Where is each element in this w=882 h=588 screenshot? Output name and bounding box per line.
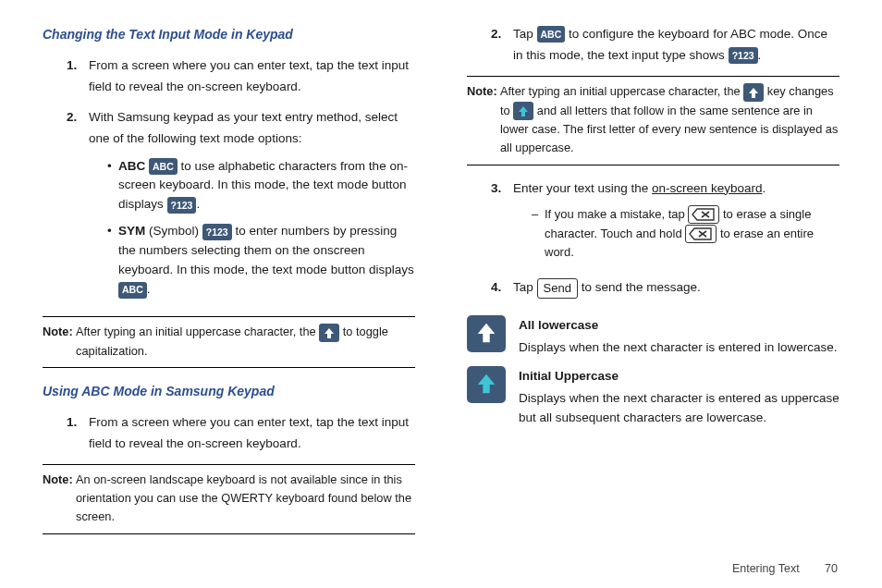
footer-section: Entering Text — [732, 562, 800, 575]
note-text-c: and all letters that follow in the same … — [500, 104, 838, 154]
backspace-icon — [685, 225, 717, 243]
info-text: Displays when the next character is ente… — [519, 340, 837, 354]
send-button-icon: Send — [537, 278, 578, 299]
dash-body: If you make a mistake, tap to erase a si… — [545, 205, 839, 263]
note-capitalization: Note: After typing an initial uppercase … — [43, 316, 415, 368]
step-text-b: to send the message. — [578, 280, 701, 294]
shift-icon — [513, 102, 533, 120]
note-body: After typing an initial uppercase charac… — [76, 323, 415, 360]
step-number: 2. — [67, 107, 89, 307]
step-number: 2. — [491, 24, 513, 67]
page-footer: Entering Text 70 — [732, 562, 838, 575]
shift-icon — [319, 324, 339, 342]
note-label: Note: — [43, 323, 76, 360]
right-column: 2. Tap ABC to configure the keyboard for… — [441, 18, 849, 579]
step-2: 2. With Samsung keypad as your text entr… — [43, 107, 415, 307]
note-label: Note: — [467, 82, 500, 157]
bullet-body: ABC ABC to use alphabetic characters fro… — [118, 157, 415, 215]
note-landscape: Note: An on-screen landscape keyboard is… — [43, 464, 415, 533]
info-body: All lowercase Displays when the next cha… — [519, 315, 839, 357]
bullet-sym: • SYM (Symbol) ?123 to enter numbers by … — [89, 222, 415, 300]
step-body: With Samsung keypad as your text entry m… — [89, 107, 415, 307]
step-body: From a screen where you can enter text, … — [89, 55, 415, 98]
note-uppercase: Note: After typing an initial uppercase … — [467, 76, 839, 165]
dash-mistake: – If you make a mistake, tap to erase a … — [513, 205, 839, 263]
abc-mode-icon: ABC — [149, 158, 178, 175]
note-text-a: After typing an initial uppercase charac… — [76, 325, 319, 338]
step-text: With Samsung keypad as your text entry m… — [89, 110, 398, 145]
info-initial-uppercase: Initial Uppercase Displays when the next… — [467, 366, 839, 428]
step-3: 3. Enter your text using the on-screen k… — [467, 178, 839, 268]
sym-paren: (Symbol) — [145, 224, 202, 238]
footer-page-number: 70 — [825, 562, 838, 575]
bullet-mark: • — [107, 222, 118, 300]
backspace-icon — [688, 205, 719, 224]
bullet-abc: • ABC ABC to use alphabetic characters f… — [89, 157, 415, 215]
info-title: All lowercase — [519, 315, 839, 336]
abc-mode-icon: ABC — [118, 282, 147, 299]
step-body: From a screen where you can enter text, … — [89, 412, 415, 455]
step-text-c: . — [762, 181, 766, 195]
shift-uppercase-icon — [467, 366, 506, 403]
step-number: 4. — [491, 277, 513, 299]
step-text-underline: on-screen keyboard — [652, 181, 762, 195]
heading-change-mode: Changing the Text Input Mode in Keypad — [43, 24, 415, 46]
info-text: Displays when the next character is ente… — [519, 391, 839, 425]
abc-label: ABC — [118, 159, 145, 173]
abc-mode-icon: ABC — [537, 26, 566, 43]
step-body: Tap Send to send the message. — [513, 277, 839, 299]
shift-lowercase-icon — [467, 315, 506, 352]
step-4: 4. Tap Send to send the message. — [467, 277, 839, 299]
dash-mark: – — [532, 205, 545, 263]
page: Changing the Text Input Mode in Keypad 1… — [0, 0, 882, 588]
step-2r: 2. Tap ABC to configure the keyboard for… — [467, 24, 839, 67]
step-body: Enter your text using the on-screen keyb… — [513, 178, 839, 268]
shift-icon — [743, 83, 764, 102]
note-body: An on-screen landscape keyboard is not a… — [76, 471, 415, 525]
num-mode-icon: ?123 — [202, 224, 232, 240]
note-label: Note: — [43, 471, 76, 525]
bullet-body: SYM (Symbol) ?123 to enter numbers by pr… — [118, 222, 415, 300]
step-text-a: Tap — [513, 280, 537, 294]
bullet-mark: • — [107, 157, 118, 215]
info-title: Initial Uppercase — [519, 366, 839, 386]
step-1b: 1. From a screen where you can enter tex… — [43, 412, 415, 455]
note-text-a: After typing an initial uppercase charac… — [500, 84, 743, 98]
num-mode-icon: ?123 — [729, 47, 758, 64]
step-number: 1. — [67, 55, 89, 98]
left-column: Changing the Text Input Mode in Keypad 1… — [33, 18, 441, 579]
step-text-a: Tap — [513, 27, 537, 41]
info-body: Initial Uppercase Displays when the next… — [519, 366, 839, 428]
step-body: Tap ABC to configure the keyboard for AB… — [513, 24, 839, 67]
dash-text-a: If you make a mistake, tap — [545, 207, 688, 221]
step-1: 1. From a screen where you can enter tex… — [43, 55, 415, 98]
step-number: 1. — [67, 412, 89, 455]
num-mode-icon: ?123 — [167, 197, 197, 214]
step-number: 3. — [491, 178, 513, 268]
heading-using-abc: Using ABC Mode in Samsung Keypad — [43, 381, 415, 403]
info-all-lowercase: All lowercase Displays when the next cha… — [467, 315, 839, 357]
note-body: After typing an initial uppercase charac… — [500, 82, 839, 157]
step-text-a: Enter your text using the — [513, 181, 652, 195]
sym-label: SYM — [118, 224, 145, 238]
